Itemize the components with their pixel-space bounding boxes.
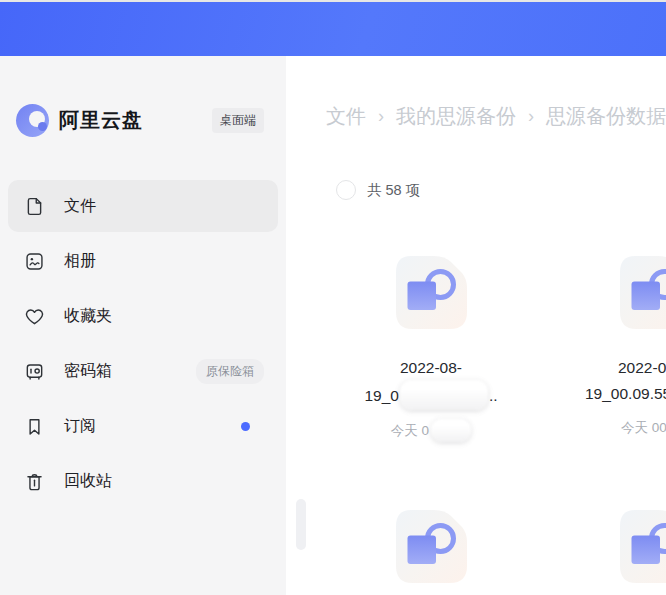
redaction-smudge	[431, 419, 471, 442]
file-name-line2: 19_0 ..	[319, 381, 543, 411]
backup-file-icon	[394, 254, 468, 331]
app-window: 阿里云盘 桌面端 文件 相册	[0, 0, 666, 595]
backup-file-icon	[618, 508, 666, 585]
file-grid: 2022-08- 19_0 .. 今天 0 2022-08- 19_0	[319, 254, 666, 595]
breadcrumb: 文件 › 我的思源备份 › 思源备份数据	[326, 103, 666, 130]
redaction-smudge	[400, 380, 488, 410]
item-count-label: 共 58 项	[367, 181, 420, 200]
photo-icon	[24, 251, 45, 272]
breadcrumb-segment[interactable]: 文件	[326, 103, 366, 130]
file-name-line1: 2022-08-	[618, 355, 666, 381]
title-bar	[0, 2, 666, 56]
sidebar-item-label: 相册	[64, 251, 96, 272]
backup-file-icon	[618, 254, 666, 331]
breadcrumb-separator: ›	[378, 106, 384, 127]
sidebar-item-password-box[interactable]: 密码箱 原保险箱	[8, 345, 278, 397]
sidebar-item-albums[interactable]: 相册	[8, 235, 278, 287]
sidebar: 阿里云盘 桌面端 文件 相册	[0, 56, 286, 595]
sidebar-scrollbar-thumb[interactable]	[296, 499, 306, 550]
file-card[interactable]	[319, 508, 543, 595]
main-content: 文件 › 我的思源备份 › 思源备份数据 共 58 项 2022-08- 19_…	[286, 56, 666, 595]
backup-file-icon	[394, 508, 468, 585]
sidebar-item-label: 密码箱	[64, 361, 112, 382]
file-icon	[24, 196, 45, 217]
heart-icon	[24, 306, 45, 327]
notification-dot	[241, 422, 250, 431]
bookmark-icon	[24, 416, 45, 437]
file-name-line1: 2022-08-	[319, 355, 543, 381]
breadcrumb-segment[interactable]: 我的思源备份	[396, 103, 516, 130]
legacy-safe-badge: 原保险箱	[196, 359, 264, 384]
trash-icon	[24, 471, 45, 492]
sidebar-item-label: 文件	[64, 196, 96, 217]
selection-bar: 共 58 项	[336, 180, 420, 200]
breadcrumb-segment-current[interactable]: 思源备份数据	[546, 103, 666, 130]
file-card[interactable]: 2022-08- 19_0 .. 今天 0	[319, 254, 543, 508]
file-card[interactable]: 2022-08- 19_00.09.55 今天 00:09	[543, 254, 666, 508]
breadcrumb-separator: ›	[528, 106, 534, 127]
file-date: 今天 0	[319, 419, 543, 442]
select-all-checkbox[interactable]	[336, 180, 356, 200]
sidebar-item-label: 收藏夹	[64, 306, 112, 327]
sidebar-item-subscriptions[interactable]: 订阅	[8, 400, 278, 452]
aliyun-drive-logo-icon	[16, 104, 49, 137]
file-name-line2: 19_00.09.55	[585, 381, 666, 407]
sidebar-item-trash[interactable]: 回收站	[8, 455, 278, 507]
sidebar-nav: 文件 相册 收藏夹	[0, 180, 286, 507]
safe-icon	[24, 361, 45, 382]
sidebar-item-label: 订阅	[64, 416, 96, 437]
desktop-badge: 桌面端	[212, 108, 264, 133]
app-title: 阿里云盘	[59, 107, 143, 134]
file-card[interactable]	[543, 508, 666, 595]
file-date: 今天 00:09	[621, 419, 666, 437]
sidebar-item-label: 回收站	[64, 471, 112, 492]
sidebar-item-favorites[interactable]: 收藏夹	[8, 290, 278, 342]
sidebar-item-files[interactable]: 文件	[8, 180, 278, 232]
